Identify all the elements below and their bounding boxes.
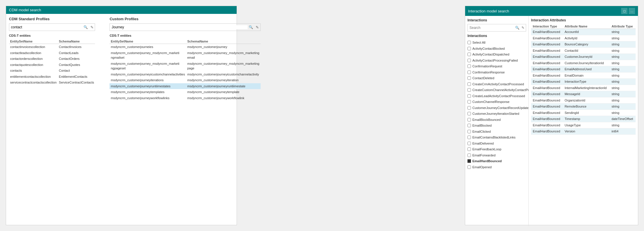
- table-row[interactable]: EmailHardBouncedContactIdstring: [531, 47, 636, 54]
- list-item[interactable]: ActivityContactDispatched: [467, 51, 526, 58]
- list-item[interactable]: EmailDelivered: [467, 141, 526, 147]
- table-row[interactable]: contactinvoicescollectionContactInvoices: [9, 44, 95, 50]
- table-row[interactable]: msdyncrm_customerjourneyworkflowlinksmsd…: [110, 95, 260, 101]
- interaction-checkbox[interactable]: [467, 82, 471, 86]
- interaction-item-label: ActivityContactDispatched: [472, 52, 509, 57]
- interaction-checkbox[interactable]: [467, 106, 471, 110]
- list-item[interactable]: CustomerJourneyContactRecordUpdated: [467, 105, 526, 111]
- interaction-checkbox[interactable]: [467, 142, 471, 145]
- interaction-checkbox[interactable]: [467, 47, 471, 50]
- table-row[interactable]: EmailHardBouncedEmailDomainstring: [531, 72, 636, 79]
- table-row[interactable]: contactsContact: [9, 68, 95, 74]
- table-row[interactable]: EmailHardBouncedRemoteBouncestring: [531, 104, 636, 110]
- list-item[interactable]: CreateCustomChannelActivityContactProc..…: [467, 87, 526, 93]
- table-row[interactable]: contactquotescollectionContactQuotes: [9, 62, 95, 68]
- table-row[interactable]: EmailHardBouncedCustomerJourneyIdstring: [531, 54, 636, 60]
- table-row[interactable]: EmailHardBouncedTimestampdateTimeOffset: [531, 116, 636, 122]
- table-row[interactable]: EmailHardBouncedInternalMarketingInterac…: [531, 85, 636, 91]
- table-row[interactable]: EmailHardBouncedUsageTypestring: [531, 122, 636, 128]
- list-item[interactable]: EmailContainsBlacklistedLinks: [467, 134, 526, 141]
- table-row[interactable]: EmailHardBouncedBounceCategorystring: [531, 41, 636, 48]
- attributes-section-title: Interaction Attributes: [531, 18, 636, 22]
- interaction-checkbox[interactable]: [467, 136, 471, 139]
- standard-profiles-filter-icon[interactable]: ✎: [89, 24, 95, 31]
- interaction-edit-icon[interactable]: ✎: [520, 24, 526, 31]
- list-item[interactable]: CreateCrmActivityContactProcessed: [467, 81, 526, 87]
- attr-type-val-cell: string: [610, 122, 636, 128]
- interaction-search-input[interactable]: [468, 26, 515, 30]
- interaction-checkbox[interactable]: [467, 64, 471, 68]
- interaction-checkbox[interactable]: [467, 76, 471, 80]
- interaction-checkbox[interactable]: [467, 100, 471, 104]
- interaction-checkbox[interactable]: [467, 53, 471, 56]
- table-row[interactable]: msdyncrm_customerjourneyruntiimestatesms…: [110, 83, 260, 89]
- interaction-checkbox[interactable]: [467, 165, 471, 169]
- standard-profiles-search-icon[interactable]: 🔍: [82, 24, 89, 31]
- standard-profiles-search-input[interactable]: [9, 25, 82, 29]
- list-item[interactable]: ActivityContactBlocked: [467, 46, 526, 52]
- table-row[interactable]: servicecontractcontactscollectionService…: [9, 80, 95, 86]
- list-item[interactable]: EmailFeedbackLoop: [467, 146, 526, 152]
- table-row[interactable]: EmailHardBouncedAccountIdstring: [531, 29, 636, 35]
- interaction-item-label: ActivityContactProcessingFailed: [472, 58, 518, 63]
- cdm-panel-header: CDM model search: [6, 6, 237, 14]
- interaction-checkbox[interactable]: [467, 124, 471, 127]
- table-row[interactable]: msdyncrm_customerjourney_msdyncrm_market…: [110, 61, 260, 71]
- interaction-checkbox[interactable]: [467, 154, 471, 157]
- interaction-checkbox[interactable]: [467, 88, 471, 92]
- table-row[interactable]: msdyncrm_customerjourneytemplatesmsdyncr…: [110, 89, 260, 95]
- list-item[interactable]: EmailHardBounced: [467, 158, 526, 164]
- table-row[interactable]: EmailHardBouncedActivityIdstring: [531, 35, 636, 41]
- table-row[interactable]: EmailHardBouncedEmailAddressUsedstring: [531, 66, 636, 73]
- interaction-checkbox[interactable]: [467, 112, 471, 115]
- list-item[interactable]: ConfirmationResponse: [467, 69, 526, 75]
- more-icon-btn[interactable]: …: [629, 8, 635, 14]
- table-row[interactable]: EmailHardBouncedSendingIdstring: [531, 110, 636, 116]
- standard-profiles-section-label: CDS-T entities: [9, 34, 95, 37]
- table-row[interactable]: msdyncrm_customerjourneyiterationsmsdync…: [110, 77, 260, 83]
- table-row[interactable]: msdyncrm_customerjourneyicustomchannelac…: [110, 71, 260, 77]
- interaction-checkbox[interactable]: [467, 94, 471, 98]
- entity-set-name-cell: msdyncrm_customerjourney_msdyncrm_market…: [110, 50, 186, 61]
- table-row[interactable]: contactleadscollectionContactLeads: [9, 50, 95, 56]
- list-item[interactable]: EmailForwarded: [467, 152, 526, 158]
- list-item[interactable]: CustomerJourneyIterationStarted: [467, 111, 526, 117]
- custom-profiles-search-input[interactable]: [110, 25, 247, 29]
- window-icon-btn[interactable]: ◻: [621, 8, 628, 14]
- list-item[interactable]: Select All: [467, 40, 526, 46]
- list-item[interactable]: EmailBlocked: [467, 123, 526, 129]
- table-row[interactable]: contactorderscollectionContactOrders: [9, 56, 95, 62]
- list-item[interactable]: ContactDeleted: [467, 75, 526, 81]
- interaction-checkbox[interactable]: [467, 71, 471, 74]
- table-row[interactable]: EmailHardBouncedCustomerJourneyIteration…: [531, 60, 636, 66]
- interaction-search-icon[interactable]: 🔍: [515, 24, 520, 31]
- list-item[interactable]: EmailBlockBounced: [467, 117, 526, 123]
- interaction-item-label: EmailBlockBounced: [472, 117, 501, 122]
- table-row[interactable]: EmailHardBouncedMessageIdstring: [531, 91, 636, 97]
- list-item[interactable]: ConfirmationRequest: [467, 63, 526, 69]
- list-item[interactable]: ActivityContactProcessingFailed: [467, 58, 526, 64]
- attr-type-val-cell: string: [610, 79, 636, 85]
- table-row[interactable]: msdyncrm_customerjourneiesmsdyncrm_custo…: [110, 44, 260, 50]
- custom-profiles-search-box[interactable]: 🔍 ✎: [110, 23, 260, 31]
- entity-set-name-cell: msdyncrm_customerjourneytemplates: [110, 89, 186, 95]
- list-item[interactable]: EmailClicked: [467, 129, 526, 135]
- col-schema-name: SchemaName: [58, 39, 95, 44]
- interaction-checkbox[interactable]: [467, 130, 471, 133]
- list-item[interactable]: EmailOpened: [467, 164, 526, 170]
- col-entity-set-name: EntitySetName: [9, 39, 58, 44]
- table-row[interactable]: EmailHardBouncedOrganizationIdstring: [531, 97, 636, 104]
- interaction-checkbox[interactable]: [467, 147, 471, 151]
- list-item[interactable]: CreateLeadActivityContactProcessed: [467, 93, 526, 99]
- list-item[interactable]: CustomChannelResponse: [467, 99, 526, 105]
- table-row[interactable]: EmailHardBouncedVersionint64: [531, 128, 636, 135]
- schema-name-cell: ContactInvoices: [58, 44, 95, 50]
- table-row[interactable]: msdyncrm_customerjourney_msdyncrm_market…: [110, 50, 260, 61]
- standard-profiles-search-box[interactable]: 🔍 ✎: [9, 23, 95, 31]
- table-row[interactable]: EmailHardBouncedInteractionTypestring: [531, 79, 636, 85]
- interaction-checkbox[interactable]: [467, 59, 471, 62]
- interaction-search-box[interactable]: 🔍 ✎: [467, 24, 526, 32]
- table-row[interactable]: entitlementcontactscollectionEntitlement…: [9, 74, 95, 80]
- interaction-checkbox[interactable]: [467, 118, 471, 121]
- interaction-checkbox[interactable]: [467, 41, 471, 44]
